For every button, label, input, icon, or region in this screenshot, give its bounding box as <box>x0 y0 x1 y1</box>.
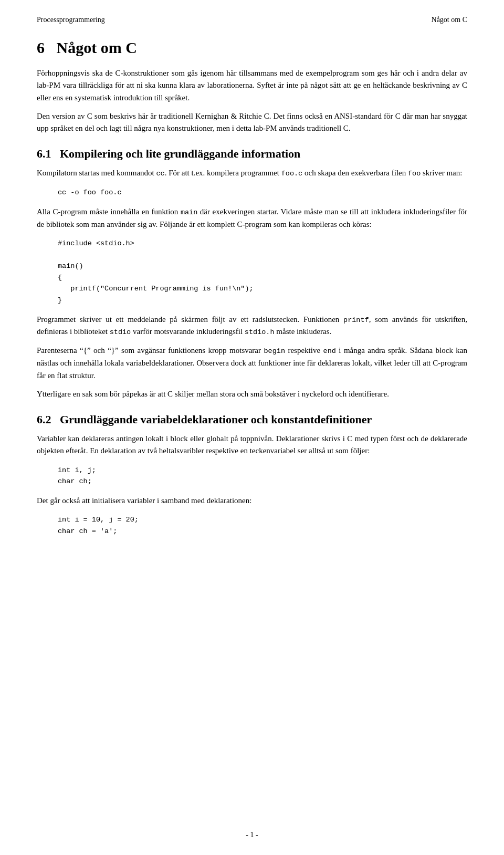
section1-printf-code: printf <box>343 316 369 324</box>
section1-number: 6.1 <box>37 147 51 160</box>
page-header: Processprogrammering Något om C <box>37 16 467 24</box>
section1-title: 6.1 Kompilering och lite grundläggande i… <box>37 147 467 161</box>
page-number: - 1 - <box>246 831 258 839</box>
section1-p5: Ytterligare en sak som bör påpekas är at… <box>37 388 467 400</box>
section1-p1: Kompilatorn startas med kommandot cc. Fö… <box>37 167 467 180</box>
section2-number: 6.2 <box>37 413 51 426</box>
section1-stdio-code: stdio <box>110 328 131 336</box>
header-left: Processprogrammering <box>37 16 105 24</box>
section1-p4: Parenteserna “{” och “}” som avgänsar fu… <box>37 345 467 381</box>
paragraph2: Den version av C som beskrivs här är tra… <box>37 110 467 135</box>
section1-p2: Alla C-program måste innehålla en funkti… <box>37 206 467 231</box>
page-container: Processprogrammering Något om C 6 Något … <box>0 0 504 855</box>
header-right: Något om C <box>432 16 467 24</box>
section2-p1: Variabler kan deklareras antingen lokalt… <box>37 433 467 457</box>
section2-codeblock1: int i, j; char ch; <box>58 465 467 487</box>
page-footer: - 1 - <box>0 831 504 839</box>
chapter-number: 6 <box>37 39 45 56</box>
section2-codeblock2: int i = 10, j = 20; char ch = 'a'; <box>58 514 467 537</box>
section2-title-text: Grundläggande variabeldeklarationer och … <box>60 413 372 426</box>
section1-title-text: Kompilering och lite grundläggande infor… <box>60 147 300 160</box>
section1-code3: foo <box>408 170 421 178</box>
section2-title: 6.2 Grundläggande variabeldeklarationer … <box>37 413 467 426</box>
section1-codeblock1: cc -o foo foo.c <box>58 187 467 199</box>
intro-paragraph: Förhoppningsvis ska de C-konstruktioner … <box>37 67 467 104</box>
chapter-title: 6 Något om C <box>37 39 467 57</box>
section1-code1: cc <box>156 170 164 178</box>
chapter-title-text: Något om C <box>57 39 137 56</box>
section1-p3: Programmet skriver ut ett meddelande på … <box>37 314 467 339</box>
section1-main-code: main <box>181 208 197 216</box>
section1-codeblock2: #include <stdio.h> main() { printf("Conc… <box>58 238 467 306</box>
section2-p2: Det går också att initialisera variabler… <box>37 495 467 507</box>
section1-stdh-code: stdio.h <box>245 328 275 336</box>
section1-code2: foo.c <box>281 170 303 178</box>
